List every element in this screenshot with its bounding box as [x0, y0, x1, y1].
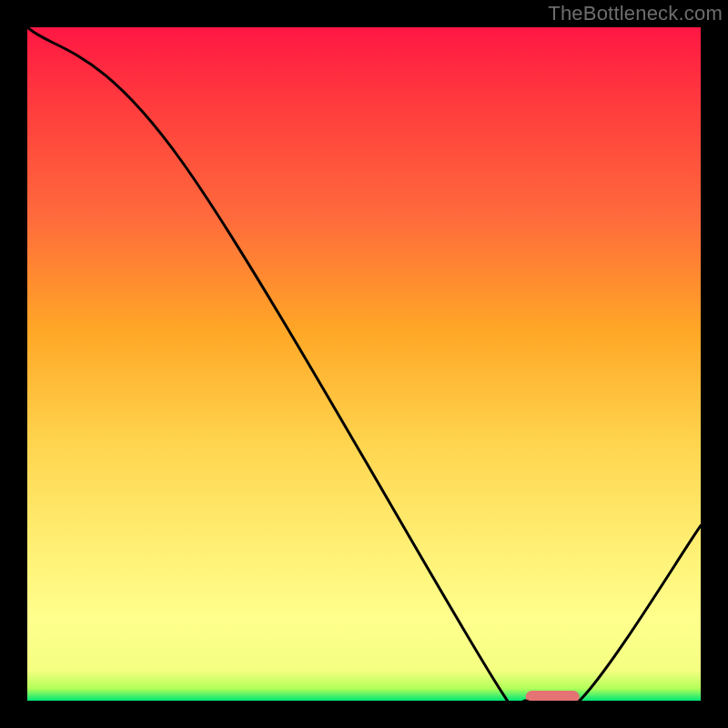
plot-area — [27, 27, 701, 701]
watermark-text: TheBottleneck.com — [548, 2, 723, 25]
optimal-marker — [526, 691, 580, 701]
chart-svg — [27, 27, 701, 701]
gradient-background — [27, 27, 701, 701]
chart-container: TheBottleneck.com — [0, 0, 728, 728]
